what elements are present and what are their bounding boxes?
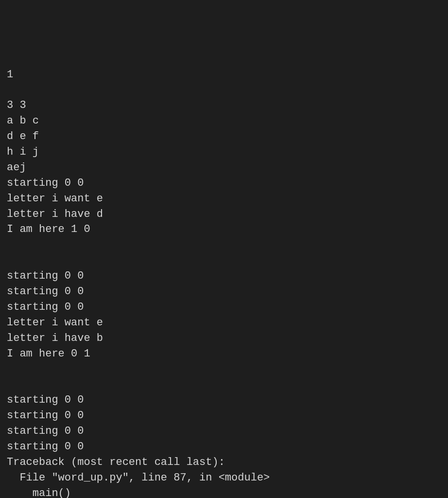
- terminal-line: starting 0 0: [7, 284, 441, 300]
- terminal-line: [7, 237, 441, 253]
- terminal-line: a b c: [7, 113, 441, 129]
- terminal-line: starting 0 0: [7, 408, 441, 424]
- terminal-line: [7, 361, 441, 377]
- terminal-line: starting 0 0: [7, 300, 441, 315]
- terminal-line: I am here 0 1: [7, 346, 441, 362]
- terminal-line: letter i have d: [7, 207, 441, 222]
- terminal-line: [7, 377, 441, 392]
- terminal-line: h i j: [7, 144, 441, 160]
- terminal-line: starting 0 0: [7, 439, 441, 455]
- terminal-line: File "word_up.py", line 87, in <module>: [7, 470, 441, 486]
- terminal-line: letter i have b: [7, 331, 441, 346]
- terminal-line: [7, 82, 441, 98]
- terminal-line: 1: [7, 67, 441, 83]
- terminal-line: [7, 253, 441, 268]
- terminal-line: aej: [7, 160, 441, 176]
- terminal-line: letter i want e: [7, 191, 441, 207]
- terminal-line: starting 0 0: [7, 392, 441, 408]
- terminal-line: d e f: [7, 129, 441, 144]
- terminal-line: 3 3: [7, 98, 441, 113]
- terminal-line: I am here 1 0: [7, 222, 441, 237]
- terminal-output[interactable]: 13 3a b cd e fh i jaejstarting 0 0letter…: [7, 67, 441, 498]
- terminal-line: starting 0 0: [7, 176, 441, 191]
- terminal-line: letter i want e: [7, 315, 441, 331]
- terminal-line: starting 0 0: [7, 268, 441, 284]
- terminal-line: Traceback (most recent call last):: [7, 455, 441, 470]
- terminal-line: main(): [7, 486, 441, 498]
- terminal-line: starting 0 0: [7, 424, 441, 439]
